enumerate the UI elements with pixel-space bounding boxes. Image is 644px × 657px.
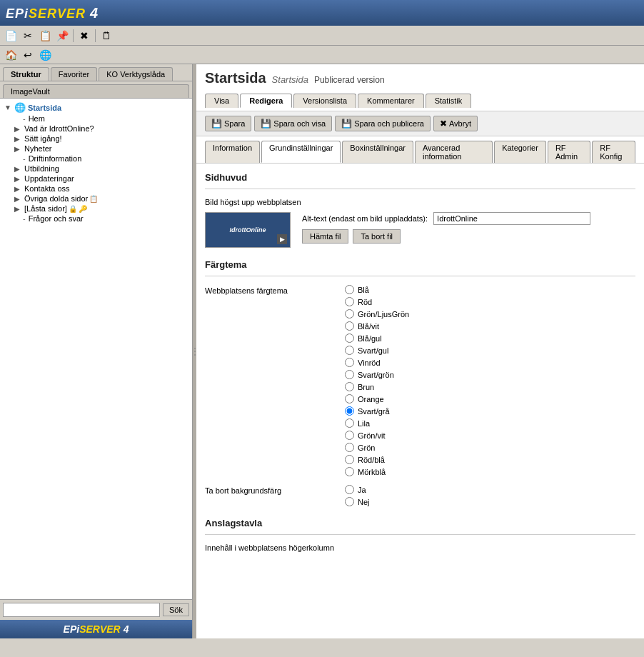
radio-orange[interactable] — [345, 394, 354, 403]
sub-tab-boxinstallningar[interactable]: Boxinställningar — [342, 141, 413, 163]
sub-tab-avancerad[interactable]: Avancerad information — [415, 141, 493, 163]
radio-nej[interactable] — [345, 497, 354, 506]
radio-bla[interactable] — [345, 285, 354, 294]
radio-gron-vit[interactable] — [345, 431, 354, 440]
radio-item-lila[interactable]: Lila — [345, 418, 409, 428]
sub-tab-grundinstallningar[interactable]: Grundinställningar — [261, 141, 341, 163]
radio-gron[interactable] — [345, 443, 354, 452]
tree-item-startsida[interactable]: ▼ 🌐 Startsida — [3, 101, 189, 114]
radio-svart-gul[interactable] — [345, 346, 354, 355]
tree-item-vad[interactable]: ▶ Vad är IdrottOnline? — [13, 124, 189, 134]
tree-item-satt[interactable]: ▶ Sätt igång! — [13, 134, 189, 144]
tab-kommentarer[interactable]: Kommentarer — [358, 94, 424, 108]
radio-item-vinrod[interactable]: Vinröd — [345, 358, 409, 367]
tree-item-ovriga[interactable]: ▶ Övriga dolda sidor 📋 — [13, 194, 189, 204]
back-button[interactable]: ↩ — [20, 47, 36, 63]
radio-item-gron-ljusgron[interactable]: Grön/LjusGrön — [345, 309, 409, 319]
radio-brun[interactable] — [345, 382, 354, 391]
tab-versionslista[interactable]: Versionslista — [293, 94, 356, 108]
tree-item-hem[interactable]: - Hem — [13, 114, 189, 124]
radio-item-ja[interactable]: Ja — [345, 485, 370, 494]
radio-item-brun[interactable]: Brun — [345, 382, 409, 391]
tree-item-driftinfo[interactable]: - Driftinformation — [13, 154, 189, 164]
radio-lila[interactable] — [345, 418, 354, 428]
tree-item-kontakta[interactable]: ▶ Kontakta oss — [13, 184, 189, 194]
tab-statistik[interactable]: Statistik — [426, 94, 472, 108]
sidebar-tab-imagevault[interactable]: ImageVault — [3, 84, 189, 98]
radio-item-nej[interactable]: Nej — [345, 497, 370, 506]
sidebar-tab-struktur[interactable]: Struktur — [3, 67, 49, 81]
home-button[interactable]: 🏠 — [3, 47, 19, 63]
tree-toggle-lasta[interactable]: ▶ — [14, 205, 24, 213]
tab-redigera[interactable]: Redigera — [240, 94, 292, 108]
image-preview-arrow: ▶ — [277, 234, 287, 244]
search-button[interactable]: Sök — [163, 603, 189, 616]
delete-file-button[interactable]: Ta bort fil — [353, 229, 401, 244]
tree-toggle-satt[interactable]: ▶ — [14, 135, 24, 143]
tree-toggle-startsida[interactable]: ▼ — [4, 104, 14, 111]
radio-gron-ljusgron[interactable] — [345, 309, 354, 319]
paste-button[interactable]: 📌 — [54, 28, 70, 44]
tree-item-lasta[interactable]: ▶ [Låsta sidor] 🔒 🔑 — [13, 204, 189, 214]
cancel-icon: ✖ — [440, 119, 447, 129]
radio-item-bla[interactable]: Blå — [345, 285, 409, 294]
save-publish-button[interactable]: 💾 Spara och publicera — [335, 116, 431, 131]
tree-toggle-nyheter[interactable]: ▶ — [14, 145, 24, 153]
radio-rod-bla[interactable] — [345, 455, 354, 464]
tree-item-utbildning[interactable]: ▶ Utbildning — [13, 164, 189, 174]
radio-svart-gron[interactable] — [345, 370, 354, 379]
save-view-button[interactable]: 💾 Spara och visa — [254, 116, 332, 131]
tree-toggle-kontakta[interactable]: ▶ — [14, 185, 24, 193]
radio-ja[interactable] — [345, 485, 354, 494]
tree-label-vad: Vad är IdrottOnline? — [24, 124, 94, 133]
sub-tab-rfadmin[interactable]: RF Admin — [548, 141, 590, 163]
radio-item-bla-vit[interactable]: Blå/vit — [345, 321, 409, 331]
radio-item-bla-gul[interactable]: Blå/gul — [345, 333, 409, 343]
tree-toggle-uppdateringar[interactable]: ▶ — [14, 175, 24, 183]
radio-bla-gul[interactable] — [345, 333, 354, 343]
tree-label-fragor: Frågor och svar — [29, 214, 84, 223]
radio-item-rod[interactable]: Röd — [345, 297, 409, 306]
fetch-file-button[interactable]: Hämta fil — [302, 229, 348, 244]
sidebar-bottom-logo: EPiSERVER 4 — [0, 620, 192, 638]
radio-item-gron[interactable]: Grön — [345, 443, 409, 452]
radio-item-morkbla[interactable]: Mörkblå — [345, 467, 409, 476]
new-button[interactable]: 📄 — [3, 28, 19, 44]
radio-item-svart-gron[interactable]: Svart/grön — [345, 370, 409, 379]
sub-tab-information[interactable]: Information — [205, 141, 260, 163]
tree-item-uppdateringar[interactable]: ▶ Uppdateringar — [13, 174, 189, 184]
radio-item-orange[interactable]: Orange — [345, 394, 409, 403]
radio-item-svart-gul[interactable]: Svart/gul — [345, 346, 409, 355]
sub-tab-rfkonfig[interactable]: RF Konfig — [592, 141, 635, 163]
copy-button[interactable]: 📋 — [37, 28, 53, 44]
sidebar-tab-favoriter[interactable]: Favoriter — [51, 67, 97, 81]
radio-bla-vit[interactable] — [345, 321, 354, 331]
tree-toggle-vad[interactable]: ▶ — [14, 125, 24, 133]
radio-item-rod-bla[interactable]: Röd/blå — [345, 455, 409, 464]
globe-icon: 🌐 — [14, 102, 26, 113]
tab-visa[interactable]: Visa — [205, 94, 238, 108]
radio-svart-gra[interactable] — [345, 406, 354, 416]
alt-text-input[interactable] — [433, 212, 590, 225]
delete-button[interactable]: ✖ — [76, 28, 92, 44]
radio-item-svart-gra[interactable]: Svart/grå — [345, 406, 409, 416]
tree-toggle-ovriga[interactable]: ▶ — [14, 195, 24, 203]
radio-morkbla[interactable] — [345, 467, 354, 476]
properties-button[interactable]: 🗒 — [99, 28, 114, 44]
radio-vinrod[interactable] — [345, 358, 354, 367]
tree-item-fragor[interactable]: - Frågor och svar — [13, 214, 189, 224]
content-body: Sidhuvud Bild högst upp webbplatsen Idro… — [196, 164, 644, 561]
search-input[interactable] — [3, 603, 160, 617]
save-button[interactable]: 💾 Spara — [205, 116, 251, 131]
top-header: EPiSERVER 4 — [0, 0, 644, 26]
tree-toggle-utbildning[interactable]: ▶ — [14, 165, 24, 173]
globe-button[interactable]: 🌐 — [37, 47, 53, 63]
resize-handle[interactable] — [193, 64, 196, 638]
radio-rod[interactable] — [345, 297, 354, 306]
cut-button[interactable]: ✂ — [20, 28, 36, 44]
sub-tab-kategorier[interactable]: Kategorier — [494, 141, 546, 163]
sidebar-tab-ko[interactable]: KO Verktygslåda — [99, 67, 173, 81]
cancel-button[interactable]: ✖ Avbryt — [433, 116, 478, 131]
radio-item-gron-vit[interactable]: Grön/vit — [345, 431, 409, 440]
tree-item-nyheter[interactable]: ▶ Nyheter — [13, 144, 189, 154]
